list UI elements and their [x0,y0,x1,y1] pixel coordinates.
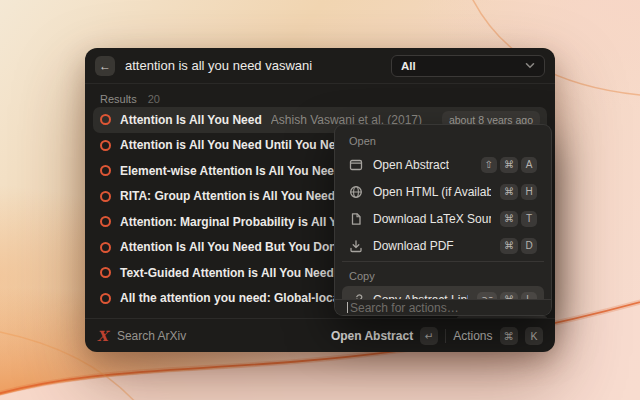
filter-dropdown[interactable]: All [391,55,545,77]
arxiv-result-icon [100,191,111,202]
actions-button[interactable]: Actions [453,329,492,343]
raycast-window: ← attention is all you need vaswani All … [85,48,555,352]
shortcut-key-badge: ⌘ [500,184,518,200]
shortcut-key-badge: ⌘ [500,211,518,227]
download-icon [349,238,364,253]
browser-window-icon [349,157,364,172]
arxiv-logo-icon: X [97,328,108,344]
arxiv-result-icon [100,140,111,151]
result-title: Attention Is All You Need [120,113,262,127]
text-caret [347,302,348,313]
footer-app-label: Search ArXiv [117,329,186,343]
menu-item[interactable]: Copy Abstract Link⌥⌘L [342,286,544,299]
actions-search-bar [335,299,551,315]
results-label: Results [100,93,137,105]
menu-item-label: Open Abstract [373,158,449,172]
shortcut-key-badge: L [521,292,537,300]
link-icon [349,292,364,299]
shortcut-key-badge: ⇧ [481,157,497,173]
cmd-key-badge: ⌘ [500,327,519,345]
k-key-badge: K [525,327,543,345]
arxiv-result-icon [100,293,111,304]
open-abstract-action[interactable]: Open Abstract [331,329,413,343]
menu-divider [342,261,544,262]
menu-item[interactable]: Open HTML (if Available)⌘H [342,178,544,205]
arxiv-result-icon [100,242,111,253]
menu-item-shortcut: ⌥⌘L [477,292,537,300]
menu-item-shortcut: ⌘D [500,238,537,254]
shortcut-key-badge: T [521,211,537,227]
menu-item-label: Download LaTeX Source [373,212,491,226]
actions-menu-list: OpenOpen Abstract⇧⌘AOpen HTML (if Availa… [335,125,551,299]
shortcut-key-badge: D [521,238,537,254]
menu-item[interactable]: Download PDF⌘D [342,232,544,259]
search-header: ← attention is all you need vaswani All [85,48,555,84]
shortcut-key-badge: A [521,157,537,173]
footer-divider [445,329,446,343]
shortcut-key-badge: ⌘ [500,238,518,254]
search-query-input[interactable]: attention is all you need vaswani [125,58,312,73]
menu-item[interactable]: Open Abstract⇧⌘A [342,151,544,178]
arxiv-result-icon [100,165,111,176]
arxiv-result-icon [100,216,111,227]
shortcut-key-badge: ⌘ [500,157,518,173]
globe-icon [349,184,364,199]
desktop-wallpaper: ← attention is all you need vaswani All … [0,0,640,400]
shortcut-key-badge: H [521,184,537,200]
arxiv-result-icon [100,267,111,278]
results-bar: Results 20 [85,84,555,107]
result-title: Element-wise Attention Is All You Need [120,164,341,178]
menu-item-shortcut: ⌘H [500,184,537,200]
actions-search-input[interactable] [350,301,539,315]
shortcut-key-badge: ⌥ [477,292,497,300]
results-count: 20 [148,93,160,105]
menu-item-shortcut: ⌘T [500,211,537,227]
filter-dropdown-value: All [401,60,416,72]
menu-item-label: Download PDF [373,239,454,253]
arxiv-result-icon [100,114,111,125]
menu-section-header: Open [342,129,544,151]
menu-item-shortcut: ⇧⌘A [481,157,537,173]
menu-section-header: Copy [342,264,544,286]
chevron-down-icon [525,62,535,69]
menu-item-label: Open HTML (if Available) [373,185,491,199]
menu-item[interactable]: Download LaTeX Source⌘T [342,205,544,232]
actions-menu: OpenOpen Abstract⇧⌘AOpen HTML (if Availa… [334,124,552,316]
shortcut-key-badge: ⌘ [500,292,518,300]
enter-key-badge: ↵ [420,327,438,345]
document-icon [349,211,364,226]
footer-bar: X Search ArXiv Open Abstract ↵ Actions ⌘… [85,318,555,352]
back-button[interactable]: ← [95,56,115,76]
